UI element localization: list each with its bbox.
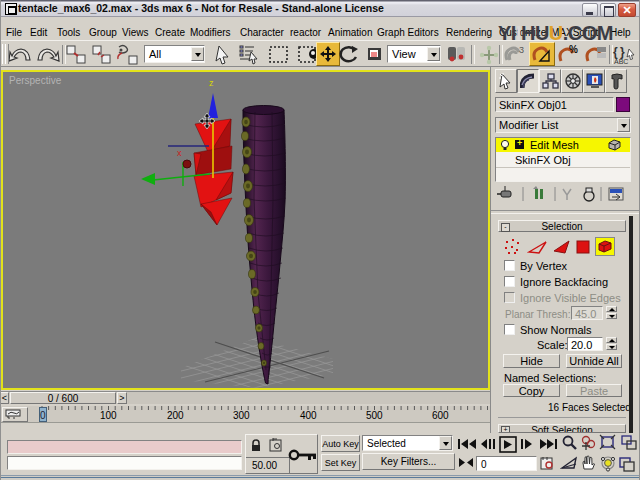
svg-text:%: %: [569, 44, 578, 55]
svg-text:x: x: [177, 148, 182, 158]
svg-text:3: 3: [519, 45, 524, 55]
svg-text:z: z: [209, 78, 214, 88]
svg-text:ABC: ABC: [614, 58, 628, 65]
svg-text:{ }: { }: [613, 45, 625, 59]
svg-text:Perspective: Perspective: [9, 75, 62, 86]
